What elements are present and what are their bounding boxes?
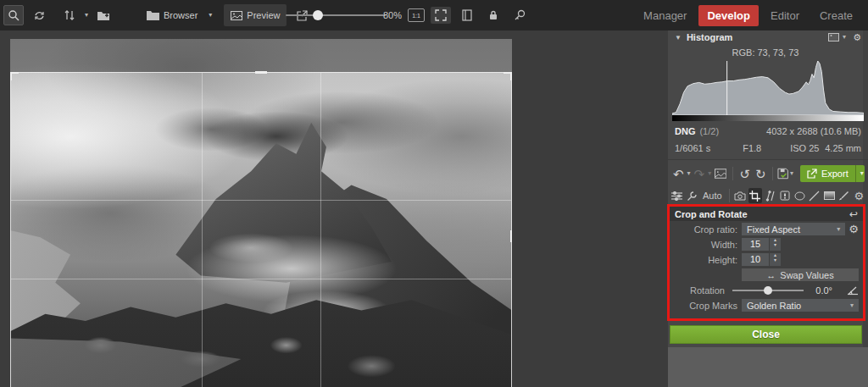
aperture: F1.8 xyxy=(743,143,761,153)
crop-marks-select[interactable]: Golden Ratio ▾ xyxy=(742,299,859,312)
chevron-down-icon[interactable]: ▾ xyxy=(209,12,212,19)
level-tool-icon[interactable] xyxy=(847,285,859,296)
radial-filter-icon[interactable] xyxy=(793,188,807,203)
one-to-one-icon[interactable]: 1:1 xyxy=(408,8,425,22)
photo-preview[interactable] xyxy=(10,39,512,387)
sort-icon[interactable] xyxy=(59,5,80,25)
develop-side-panel: ▼ Histogram ▾ ⚙ RGB: 73, 73, 73 DNG (1/2… xyxy=(668,30,868,387)
file-dimensions: 4032 x 2688 (10.6 MB) xyxy=(766,126,861,136)
browser-tab[interactable]: Browser ▾ xyxy=(140,4,219,26)
rotate-left-icon[interactable]: ↺ xyxy=(737,168,752,180)
height-stepper[interactable]: ▴ ▾ xyxy=(770,253,781,266)
frame-tool-icon[interactable] xyxy=(778,188,792,203)
tool-settings-icon[interactable]: ⚙ xyxy=(853,188,866,203)
height-row: Height: 10 ▴ ▾ xyxy=(670,252,863,267)
export-options-caret[interactable]: ▾ xyxy=(855,165,865,182)
crop-ratio-settings-icon[interactable]: ⚙ xyxy=(849,223,859,235)
action-toolbar: ↶ ▾ ↷ ▾ ↺ ↻ ▾ Export ▾ xyxy=(671,163,865,185)
rotation-label: Rotation xyxy=(670,285,729,296)
brush-tool-icon[interactable] xyxy=(837,188,851,203)
crop-handle-top-center[interactable] xyxy=(255,71,267,74)
chevron-down-icon[interactable]: ▾ xyxy=(85,12,88,19)
iso: ISO 25 xyxy=(790,143,819,153)
crop-tool-icon[interactable] xyxy=(748,188,762,203)
histogram-display-icon[interactable] xyxy=(828,33,839,41)
histogram-graph xyxy=(672,59,864,115)
rgb-readout: RGB: 73, 73, 73 xyxy=(668,47,863,58)
chevron-down-icon[interactable]: ▾ xyxy=(687,170,691,177)
chevron-down-icon: ▾ xyxy=(837,226,840,233)
rotation-value: 0.0° xyxy=(807,285,832,296)
tab-create[interactable]: Create xyxy=(811,5,861,26)
chevron-down-icon[interactable]: ▾ xyxy=(843,34,846,41)
crop-panel-titlebar: Crop and Rotate ↩ xyxy=(670,207,863,221)
rotation-slider[interactable] xyxy=(732,290,804,291)
preview-tab[interactable]: Preview xyxy=(224,4,287,26)
file-index: (1/2) xyxy=(699,126,719,136)
gradient-filter-icon[interactable] xyxy=(823,188,837,203)
rotate-right-icon[interactable]: ↻ xyxy=(754,168,768,180)
crop-ratio-select[interactable]: Fixed Aspect ▾ xyxy=(742,223,845,235)
width-input[interactable]: 15 xyxy=(742,238,769,251)
camera-tool-icon[interactable] xyxy=(734,188,748,203)
layout-icon[interactable] xyxy=(457,5,477,25)
crop-box[interactable] xyxy=(10,72,512,387)
save-icon[interactable] xyxy=(777,168,788,180)
crop-gridline-vertical-2 xyxy=(320,73,321,387)
swap-values-button[interactable]: ↔ Swap Values xyxy=(742,268,859,281)
tab-develop[interactable]: Develop xyxy=(698,5,759,26)
crop-handle-top-right[interactable] xyxy=(510,72,512,80)
redo-icon[interactable]: ↷ xyxy=(693,168,707,180)
crop-handle-top-left[interactable] xyxy=(10,72,12,80)
quick-fix-icon[interactable] xyxy=(686,188,699,203)
crop-outside-dim xyxy=(10,39,512,72)
refresh-icon[interactable] xyxy=(29,5,49,25)
crop-marks-value: Golden Ratio xyxy=(747,301,801,311)
width-row: Width: 15 ▴ ▾ xyxy=(670,237,863,252)
caret-down-icon[interactable]: ▾ xyxy=(774,260,776,265)
export-button[interactable]: Export ▾ xyxy=(800,165,865,182)
linear-filter-icon[interactable] xyxy=(808,188,821,203)
tab-manager[interactable]: Manager xyxy=(635,5,695,26)
browser-label: Browser xyxy=(164,10,198,20)
crop-ratio-value: Fixed Aspect xyxy=(747,224,800,235)
lock-icon[interactable] xyxy=(483,5,504,25)
histogram-header[interactable]: ▼ Histogram ▾ ⚙ xyxy=(668,30,868,44)
fit-screen-icon[interactable] xyxy=(431,7,451,24)
straighten-tool-icon[interactable] xyxy=(764,188,777,203)
caret-down-icon[interactable]: ▾ xyxy=(774,245,776,250)
histogram-settings-icon[interactable]: ⚙ xyxy=(853,32,861,43)
folder-icon xyxy=(147,10,159,20)
rotation-slider-handle[interactable] xyxy=(764,286,772,295)
zoom-lock-icon[interactable] xyxy=(509,5,530,25)
auto-button[interactable]: Auto xyxy=(700,191,725,201)
shutter-speed: 1/6061 s xyxy=(675,143,710,153)
focal-length: 4.25 mm xyxy=(825,143,861,153)
zoom-slider-handle[interactable] xyxy=(313,10,323,20)
zoom-tool-icon[interactable] xyxy=(3,5,24,25)
histogram-title: Histogram xyxy=(687,32,732,42)
width-stepper[interactable]: ▴ ▾ xyxy=(770,238,781,251)
zoom-level-value: 80% xyxy=(383,10,402,20)
close-button[interactable]: Close xyxy=(670,325,862,344)
reset-return-icon[interactable]: ↩ xyxy=(849,208,858,220)
undo-icon[interactable]: ↶ xyxy=(671,168,686,180)
chevron-down-icon[interactable]: ▾ xyxy=(790,170,793,177)
chevron-down-icon[interactable]: ▾ xyxy=(708,170,711,177)
top-toolbar: ▾ Browser ▾ Preview 80% xyxy=(0,0,868,30)
compare-icon[interactable] xyxy=(715,169,726,179)
zoom-slider[interactable] xyxy=(286,14,386,16)
adjustments-icon[interactable] xyxy=(670,188,684,203)
tab-editor[interactable]: Editor xyxy=(762,5,808,26)
crop-gridline-horizontal-2 xyxy=(11,279,511,279)
folder-add-icon[interactable] xyxy=(93,5,114,25)
crop-ratio-row: Crop ratio: Fixed Aspect ▾ ⚙ xyxy=(670,222,863,236)
crop-marks-label: Crop Marks xyxy=(670,301,742,311)
collapse-triangle-icon[interactable]: ▼ xyxy=(675,34,682,41)
crop-gridline-horizontal-1 xyxy=(11,200,511,201)
preview-canvas xyxy=(0,30,668,387)
crop-handle-right-middle[interactable] xyxy=(510,230,512,242)
image-icon xyxy=(231,11,242,20)
export-icon xyxy=(807,169,817,179)
height-input[interactable]: 10 xyxy=(742,253,769,266)
